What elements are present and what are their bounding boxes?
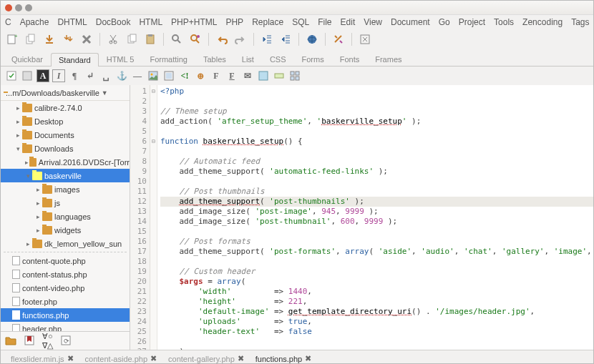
menu-tags[interactable]: Tags xyxy=(571,17,589,27)
folder-selector[interactable]: ...m/Downloads/baskerville ▼ xyxy=(1,85,130,101)
tree-item[interactable]: ▸js xyxy=(1,196,130,210)
email-icon[interactable]: ✉ xyxy=(241,69,254,82)
close-tab-icon[interactable]: ✖ xyxy=(150,354,157,363)
editor-tab[interactable]: flexslider.min.js✖ xyxy=(6,353,78,364)
find-icon[interactable] xyxy=(170,32,184,46)
save-all-icon[interactable] xyxy=(61,32,75,46)
image-icon[interactable] xyxy=(147,69,160,82)
new-file-icon[interactable]: + xyxy=(5,32,19,46)
close-tab-icon[interactable]: ✖ xyxy=(238,354,244,363)
filter-icon[interactable]: ∀○∇△ xyxy=(42,332,53,350)
toolbar-tab-fonts[interactable]: Fonts xyxy=(332,52,368,66)
toolbar-tab-list[interactable]: List xyxy=(234,52,262,66)
cut-icon[interactable] xyxy=(106,32,120,46)
menu-edit[interactable]: Edit xyxy=(341,17,356,27)
code-content[interactable]: <?php // Theme setupadd_action( 'after_s… xyxy=(157,85,594,350)
toolbar-tab-quickbar[interactable]: Quickbar xyxy=(4,52,51,66)
nbsp-icon[interactable]: ␣ xyxy=(99,69,112,82)
copy-clipboard-icon[interactable] xyxy=(125,32,139,46)
window-close-icon[interactable] xyxy=(5,4,12,11)
toolbar-tab-frames[interactable]: Frames xyxy=(367,52,409,66)
window-maximize-icon[interactable] xyxy=(25,4,32,11)
menu-html[interactable]: HTML xyxy=(139,17,162,27)
tree-item[interactable]: ▸widgets xyxy=(1,223,130,237)
editor-tab[interactable]: content-aside.php✖ xyxy=(81,353,161,364)
menu-document[interactable]: Document xyxy=(391,17,430,27)
tree-item[interactable]: header.php xyxy=(1,322,130,331)
link-icon[interactable]: ⊕ xyxy=(194,69,207,82)
toolbar-tab-html-5[interactable]: HTML 5 xyxy=(99,52,142,66)
find-replace-icon[interactable] xyxy=(188,32,203,46)
menu-view[interactable]: View xyxy=(364,17,382,27)
comment-icon[interactable]: <! xyxy=(178,69,191,82)
tree-item[interactable]: footer.php xyxy=(1,295,130,308)
tree-item[interactable]: ▸calibre-2.74.0 xyxy=(1,101,130,114)
multithumbs-icon[interactable] xyxy=(288,69,301,82)
toolbar-tab-formatting[interactable]: Formatting xyxy=(142,52,195,66)
div-icon[interactable] xyxy=(257,69,270,82)
menu-docbook[interactable]: DocBook xyxy=(96,17,131,27)
break-icon[interactable]: ↵ xyxy=(84,69,97,82)
menu-go[interactable]: Go xyxy=(439,17,450,27)
bold-icon[interactable]: A xyxy=(36,69,49,82)
bookmarks-icon[interactable] xyxy=(24,335,35,347)
font-icon[interactable]: F xyxy=(210,69,223,82)
menu-apache[interactable]: Apache xyxy=(20,17,49,27)
browser-preview-icon[interactable] xyxy=(305,32,319,46)
redo-icon[interactable] xyxy=(233,32,248,46)
paste-icon[interactable] xyxy=(143,32,157,46)
paragraph-icon[interactable]: ¶ xyxy=(68,69,81,82)
body-icon[interactable] xyxy=(21,69,34,82)
menu-php+html[interactable]: PHP+HTML xyxy=(171,17,217,27)
editor-tab[interactable]: content-gallery.php✖ xyxy=(164,353,248,364)
menu-zencoding[interactable]: Zencoding xyxy=(522,17,563,27)
preferences-icon[interactable] xyxy=(331,32,346,46)
toolbar-tab-tables[interactable]: Tables xyxy=(195,52,234,66)
italic-icon[interactable]: I xyxy=(52,69,65,82)
tree-item[interactable]: ▸Desktop xyxy=(1,114,130,128)
toolbar-tab-forms[interactable]: Forms xyxy=(294,52,332,66)
anchor-icon[interactable]: ⚓ xyxy=(115,69,128,82)
menu-php[interactable]: PHP xyxy=(225,17,243,27)
menu-sql[interactable]: SQL xyxy=(292,17,309,27)
close-file-icon[interactable] xyxy=(79,32,94,46)
undo-icon[interactable] xyxy=(215,32,229,46)
menu-tools[interactable]: Tools xyxy=(494,17,514,27)
tree-item[interactable]: ▸dk_lemon_yellow_sun xyxy=(1,237,130,250)
menu-c[interactable]: C xyxy=(5,17,11,27)
close-tab-icon[interactable]: ✖ xyxy=(305,354,311,363)
copy-icon[interactable] xyxy=(24,32,38,46)
thumbnail-icon[interactable] xyxy=(162,69,175,82)
tree-item[interactable]: ▸Arrival.2016.DVDScr-[Torr xyxy=(1,155,130,169)
quickstart-icon[interactable] xyxy=(5,69,18,82)
tree-item[interactable]: functions.php xyxy=(1,308,130,322)
file-tree[interactable]: ▸calibre-2.74.0▸Desktop▸Documents▾Downlo… xyxy=(1,101,130,331)
tree-item[interactable]: content-status.php xyxy=(1,267,130,281)
span-icon[interactable] xyxy=(273,69,286,82)
menu-project[interactable]: Project xyxy=(459,17,485,27)
toolbar-tab-css[interactable]: CSS xyxy=(262,52,294,66)
menu-dhtml[interactable]: DHTML xyxy=(57,17,87,27)
tree-item[interactable]: content-quote.php xyxy=(1,254,130,267)
window-minimize-icon[interactable] xyxy=(15,4,22,11)
menu-replace[interactable]: Replace xyxy=(252,17,283,27)
font-base-icon[interactable]: F xyxy=(225,69,238,82)
toolbar-tab-standard[interactable]: Standard xyxy=(51,53,99,67)
fullscreen-icon[interactable] xyxy=(358,32,372,46)
save-icon[interactable] xyxy=(42,32,57,46)
tree-item[interactable]: ▸languages xyxy=(1,210,130,223)
tree-item[interactable]: ▾baskerville xyxy=(1,169,130,182)
open-folder-icon[interactable] xyxy=(5,335,16,347)
editor-tab[interactable]: functions.php✖ xyxy=(251,353,316,364)
hr-icon[interactable]: — xyxy=(131,69,144,82)
tree-item[interactable]: ▾Downloads xyxy=(1,142,130,155)
close-tab-icon[interactable]: ✖ xyxy=(67,354,74,363)
fold-gutter[interactable]: ⊟⊟ xyxy=(150,85,157,350)
unindent-icon[interactable] xyxy=(260,32,274,46)
tree-item[interactable]: ▸images xyxy=(1,182,130,196)
code-area[interactable]: 1234567891011121314151617181920212223242… xyxy=(130,85,594,350)
indent-icon[interactable] xyxy=(278,32,293,46)
menu-file[interactable]: File xyxy=(318,17,331,27)
tree-item[interactable]: ▸Documents xyxy=(1,128,130,142)
tree-item[interactable]: content-video.php xyxy=(1,281,130,295)
